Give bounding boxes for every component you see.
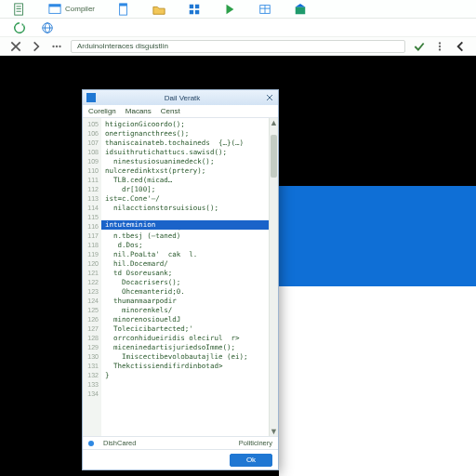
chevron-left-icon[interactable] [454,40,467,53]
scroll-up-icon[interactable]: ▲ [270,118,278,127]
code-line[interactable]: Imiscectibevolobautajlie (ei); [105,352,265,362]
svg-rect-11 [195,9,199,13]
check-icon[interactable] [413,40,426,53]
taskbar: Compiler [0,0,476,19]
store-icon[interactable] [294,3,307,16]
svg-point-25 [56,45,58,46]
code-line[interactable]: Tolecicibartected;' [105,324,265,334]
code-line[interactable]: nilacctionstorsuisious(); [105,204,265,213]
svg-point-28 [439,45,441,46]
svg-marker-12 [227,4,234,14]
table-icon[interactable] [258,3,271,16]
menu-item[interactable]: Censt [161,107,180,115]
sheet-icon[interactable] [13,3,26,16]
more-icon[interactable] [50,40,63,53]
scroll-thumb[interactable] [271,135,277,178]
svg-rect-8 [190,4,193,7]
code-editor[interactable]: htigcionGicoordo();onertignancthrees();t… [101,118,269,436]
window-icon [48,3,61,16]
code-line[interactable]: } [105,371,265,380]
address-bar: ArduinoInteraces disguistlin [0,37,476,56]
code-line[interactable]: Ohcemanterid;0. [105,287,265,297]
code-line[interactable]: d.Dos; [105,241,265,250]
dialog-close-icon[interactable] [265,93,274,102]
code-line[interactable]: dr[100]; [105,185,265,194]
menu-icon[interactable] [433,40,446,53]
address-text: ArduinoInteraces disguistlin [77,42,168,50]
app-label: Compiler [65,5,95,13]
code-line[interactable]: thumanmaarpodir [105,297,265,306]
status-left: DishCared [103,439,136,447]
code-line[interactable]: Thekctissiendifirdinbotad> [105,362,265,371]
window-body-pane [279,286,476,476]
svg-rect-2 [17,8,21,9]
dialog-titlebar[interactable]: Dail Veratk [83,90,278,105]
code-line[interactable]: hil.Docemard/ [105,259,265,269]
svg-rect-1 [17,6,21,7]
code-line[interactable]: ninestusiosuanimedeck(); [105,157,265,166]
code-line[interactable]: thaniscainateb.tochaineds {…}(…) [105,139,265,148]
code-line[interactable]: minorenkels/ [105,306,265,315]
chevron-right-icon[interactable] [30,40,43,53]
status-right: Politicinery [239,439,272,447]
play-icon[interactable] [223,3,236,16]
svg-rect-7 [120,3,127,6]
code-line[interactable]: td Osoreusank; [105,269,265,278]
svg-marker-18 [22,22,25,25]
secondary-toolbar [0,19,476,37]
code-line[interactable]: nil.PoaLta' cak l. [105,250,265,259]
svg-rect-3 [17,10,21,11]
scrollbar[interactable]: ▲ ▼ [269,118,278,436]
svg-marker-17 [296,3,306,7]
code-line[interactable]: htigcionGicoordo(); [105,120,265,129]
svg-rect-30 [86,93,96,102]
app-group[interactable]: Compiler [48,3,95,16]
code-line[interactable]: n.tbesj (—taned) [105,231,265,241]
svg-rect-10 [190,9,193,13]
scroll-down-icon[interactable]: ▼ [270,427,278,436]
svg-point-26 [59,45,60,46]
dialog-title-text: Dail Veratk [99,94,265,102]
code-line[interactable]: orrconhidueiridis olecirul r> [105,334,265,343]
code-line[interactable]: Docacrisers(); [105,278,265,287]
grid-icon[interactable] [188,3,201,16]
doc-icon[interactable] [117,3,130,16]
close-icon[interactable] [9,40,22,53]
code-line[interactable]: onertignancthrees(); [105,129,265,139]
code-line[interactable]: TLB.ced(micad… [105,176,265,185]
menu-item[interactable]: Macans [126,107,152,115]
status-dot-icon [88,441,94,446]
code-line[interactable]: idsuithrutichattucs.sawisd(); [105,148,265,157]
address-input[interactable]: ArduinoInteraces disguistlin [71,40,405,53]
code-line[interactable]: nulceredinktxst(prtery); [105,166,265,176]
folder-icon[interactable] [152,3,165,16]
svg-rect-5 [49,4,60,7]
code-line-selected[interactable]: intuteminion [101,220,269,230]
code-line[interactable]: minorenosioueldJ [105,315,265,324]
stage: Dail Veratk Corelign Macans Censt 105 10… [0,56,476,476]
code-line[interactable]: ist=c.Cone'—/ [105,194,265,204]
dialog-statusbar: DishCared Politicinery [83,436,278,449]
globe-icon[interactable] [41,21,54,34]
svg-point-24 [52,45,54,46]
svg-rect-16 [296,7,306,14]
ok-button[interactable]: Ok [230,454,272,467]
dialog-button-row: Ok [83,449,278,469]
refresh-icon[interactable] [13,21,26,34]
svg-point-27 [439,42,441,44]
dialog-body: 105 106 107 108 109 110 111 112 113 114 … [83,118,278,436]
svg-point-29 [439,48,441,50]
window-app-icon [86,93,96,102]
code-line[interactable]: miceninedartisjuriedsoImme(); [105,343,265,352]
dialog-menubar: Corelign Macans Censt [83,105,278,118]
code-gutter: 105 106 107 108 109 110 111 112 113 114 … [83,118,101,436]
code-dialog: Dail Veratk Corelign Macans Censt 105 10… [82,89,279,470]
svg-rect-9 [195,4,199,7]
menu-item[interactable]: Corelign [88,107,116,115]
